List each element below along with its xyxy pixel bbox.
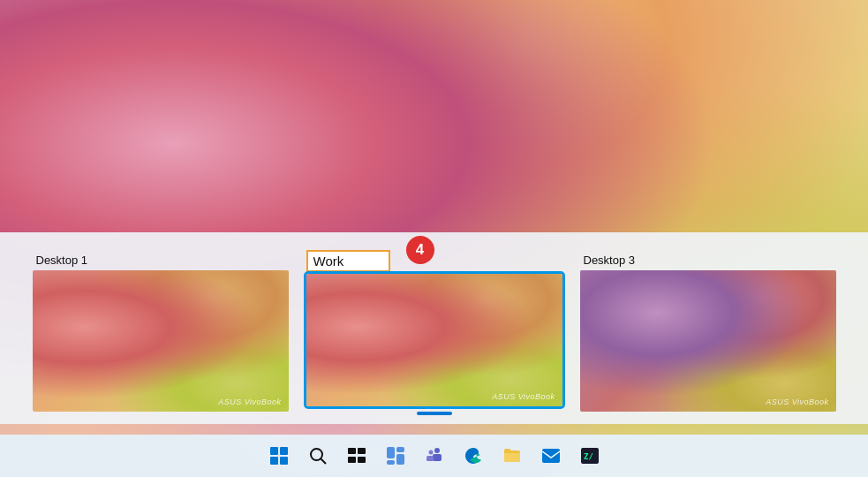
- svg-point-12: [428, 450, 433, 455]
- teams-icon: [424, 445, 445, 466]
- desktop-3-item[interactable]: Desktop 3 ASUS VivoBook: [580, 250, 836, 412]
- teams-button[interactable]: [417, 438, 452, 473]
- svg-rect-13: [426, 456, 434, 461]
- desktop-1-bg: [33, 270, 289, 412]
- edge-icon: [463, 445, 484, 466]
- active-desktop-indicator: [417, 412, 452, 415]
- mail-icon: [540, 445, 562, 466]
- devhome-icon: Z/: [579, 445, 600, 466]
- svg-rect-8: [396, 454, 404, 465]
- svg-text:Z/: Z/: [584, 452, 593, 461]
- svg-rect-11: [433, 454, 442, 461]
- edge-button[interactable]: [456, 438, 491, 473]
- svg-line-1: [321, 459, 326, 465]
- search-icon: [307, 445, 328, 466]
- svg-rect-14: [542, 449, 560, 463]
- desktop-1-item[interactable]: Desktop 1 ASUS VivoBook: [33, 250, 289, 412]
- desktop-2-badge: 4: [406, 236, 434, 264]
- desktop-2-thumbnail[interactable]: ASUS VivoBook: [306, 274, 562, 406]
- svg-point-0: [311, 449, 322, 460]
- windows-logo-icon: [270, 447, 288, 465]
- desktop-2-vivobook: ASUS VivoBook: [492, 392, 555, 401]
- desktop-2-name-input[interactable]: [306, 250, 390, 272]
- svg-rect-9: [387, 460, 395, 465]
- task-view-icon: [346, 445, 367, 466]
- desktop-3-vivobook: ASUS VivoBook: [766, 398, 828, 406]
- svg-rect-6: [387, 447, 395, 458]
- svg-rect-4: [348, 457, 356, 463]
- desktop-2-wrapper[interactable]: 4 ASUS VivoBook: [306, 250, 562, 415]
- mail-button[interactable]: [533, 438, 569, 473]
- desktop-1-vivobook: ASUS VivoBook: [218, 398, 281, 406]
- explorer-icon: [502, 445, 523, 466]
- start-button[interactable]: [261, 438, 297, 473]
- search-button[interactable]: [300, 438, 336, 473]
- task-view-area: Desktop 1 ASUS VivoBook 4 ASUS VivoBook: [0, 232, 868, 424]
- taskbar: Z/: [0, 435, 868, 477]
- desktop-1-label: Desktop 1: [33, 250, 92, 270]
- svg-rect-2: [348, 448, 356, 454]
- widgets-icon: [385, 445, 406, 466]
- svg-point-10: [434, 448, 440, 453]
- desktop-3-thumbnail[interactable]: ASUS VivoBook: [580, 270, 836, 412]
- widgets-button[interactable]: [378, 438, 413, 473]
- desktop-3-bg: [580, 270, 836, 412]
- svg-rect-5: [358, 457, 366, 463]
- svg-rect-3: [358, 448, 366, 454]
- devhome-button[interactable]: Z/: [572, 438, 608, 473]
- svg-rect-7: [396, 447, 404, 452]
- desktop-1-thumbnail[interactable]: ASUS VivoBook: [33, 270, 289, 412]
- explorer-button[interactable]: [494, 438, 530, 473]
- desktop-3-label: Desktop 3: [580, 250, 639, 270]
- desktop-2-bg: [306, 274, 562, 406]
- desktop-2-item[interactable]: ASUS VivoBook: [306, 250, 562, 415]
- task-view-button[interactable]: [339, 438, 374, 473]
- desktops-row: Desktop 1 ASUS VivoBook 4 ASUS VivoBook: [18, 250, 850, 415]
- desktop-1-wrapper[interactable]: Desktop 1 ASUS VivoBook: [33, 250, 289, 412]
- desktop-3-wrapper[interactable]: Desktop 3 ASUS VivoBook: [580, 250, 836, 412]
